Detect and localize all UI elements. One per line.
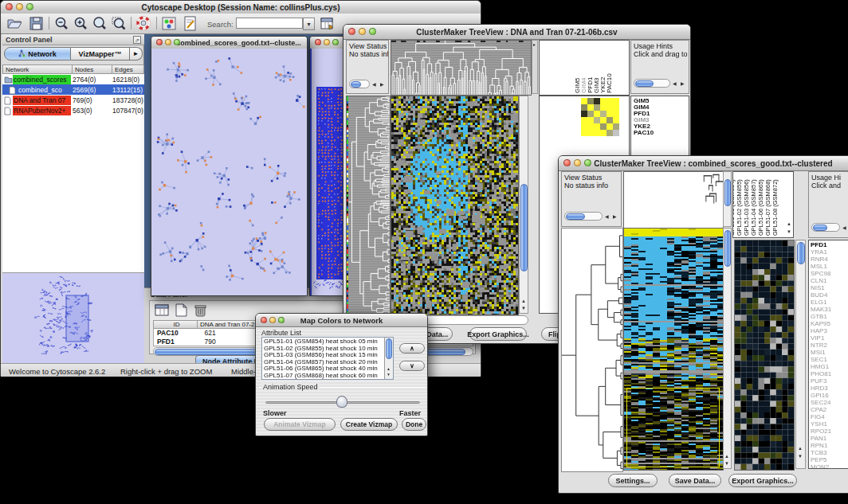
animate-vizmap-button[interactable]: Animate Vizmap xyxy=(264,418,336,431)
gene-label[interactable]: PEP5 xyxy=(811,456,831,463)
minimize-button[interactable] xyxy=(165,39,171,45)
vizmapper-button[interactable] xyxy=(161,15,179,34)
column-label[interactable]: GPL51-08 (GSM872) xyxy=(772,179,779,236)
treeview2-row-dendrogram[interactable] xyxy=(561,228,623,472)
treeview2-column-dendrogram[interactable] xyxy=(623,171,724,229)
close-button[interactable] xyxy=(156,39,163,45)
speed-slider-handle[interactable] xyxy=(336,396,347,408)
network-name[interactable]: combined_sco xyxy=(18,85,71,95)
network-view-titlebar[interactable]: combined_scores_good.txt--cluste... xyxy=(151,37,307,49)
gene-label[interactable]: YSH1 xyxy=(811,420,831,428)
gene-label[interactable]: NTR2 xyxy=(811,342,831,349)
attribute-select-icon[interactable] xyxy=(155,303,171,319)
gene-label[interactable]: RPO21 xyxy=(811,428,831,435)
scroll-right-icon[interactable]: ▶ xyxy=(613,214,617,219)
zoom-button[interactable] xyxy=(26,3,33,10)
gene-label[interactable]: KAP95 xyxy=(811,320,831,327)
done-button[interactable]: Done xyxy=(402,418,426,431)
minimize-button[interactable] xyxy=(16,3,23,10)
zoom-out-button[interactable] xyxy=(53,15,71,34)
network-row[interactable]: DNA and Tran 07769(0)183728(0) xyxy=(2,95,144,105)
gene-label[interactable]: FIG4 xyxy=(811,413,831,420)
treeview2-button-1[interactable]: Save Data... xyxy=(669,474,721,487)
scroll-right-icon[interactable]: ▶ xyxy=(380,82,384,87)
zoom-button[interactable] xyxy=(369,28,376,35)
treeview2-top-vscrollbar[interactable] xyxy=(723,171,732,227)
treeview2-titlebar[interactable]: ClusterMaker TreeView : combined_scores_… xyxy=(559,156,848,171)
network-name[interactable]: DNA and Tran 07 xyxy=(13,96,71,105)
treeview1-heatmap[interactable] xyxy=(391,96,519,315)
minimize-button[interactable] xyxy=(359,28,366,35)
dialog-titlebar[interactable]: Map Colors to Network xyxy=(256,314,427,327)
scroll-left-icon[interactable]: ◀ xyxy=(372,82,376,87)
gene-label[interactable]: PAN1 xyxy=(811,435,831,442)
zoom-button[interactable] xyxy=(584,159,591,166)
gene-label[interactable]: CLN1 xyxy=(811,277,831,284)
create-vizmap-button[interactable]: Create Vizmap xyxy=(340,418,398,431)
gene-label[interactable]: MSL1 xyxy=(811,263,831,270)
treeview1-column-dendrogram[interactable] xyxy=(391,40,532,96)
save-session-button[interactable] xyxy=(28,15,45,34)
gene-label[interactable]: BUD4 xyxy=(811,291,831,299)
row-label[interactable]: PAC10 xyxy=(634,130,654,136)
gene-label[interactable]: YRA1 xyxy=(811,248,831,256)
treeview1-row-dendrogram[interactable] xyxy=(346,96,391,315)
minimize-button[interactable] xyxy=(574,159,581,166)
treeview1-heatmap-vscrollbar[interactable]: ▲▼ xyxy=(519,96,528,314)
gene-label[interactable]: SEC24 xyxy=(811,399,831,406)
close-button[interactable] xyxy=(261,317,267,323)
float-panel-icon[interactable]: ⇗ xyxy=(133,36,141,44)
move-up-button[interactable]: ∧ xyxy=(399,343,425,354)
gene-label[interactable]: GPI16 xyxy=(811,392,831,399)
column-label[interactable]: GPL51-06 (GSM865) xyxy=(758,179,764,236)
zoom-button[interactable] xyxy=(174,39,180,45)
treeview2-button-2[interactable]: Export Graphics... xyxy=(728,474,797,487)
import-table-button[interactable] xyxy=(319,15,336,34)
gene-label[interactable]: RPN1 xyxy=(811,442,831,449)
treeview1-summary-matrix[interactable] xyxy=(581,98,619,136)
tab-network[interactable]: Network xyxy=(4,47,71,61)
scroll-thumb[interactable] xyxy=(566,213,585,220)
tab-overflow-button[interactable]: ► xyxy=(130,47,143,61)
gene-label[interactable]: MSI1 xyxy=(811,349,831,356)
scroll-thumb[interactable] xyxy=(635,80,654,87)
treeview1-titlebar[interactable]: ClusterMaker TreeView : DNA and Tran 07-… xyxy=(344,25,690,40)
gene-label[interactable]: GTB1 xyxy=(811,313,831,320)
birdseye-view[interactable] xyxy=(2,273,144,363)
close-button[interactable] xyxy=(6,3,13,10)
treeview2-right-vscrollbar[interactable]: ▲▼ xyxy=(795,240,806,469)
column-label[interactable]: GPL51-07 (GSM868) xyxy=(765,179,771,236)
column-label[interactable]: GPL51-04 (GSM857) xyxy=(751,179,757,236)
gene-label[interactable]: MON2 xyxy=(811,463,831,469)
zoom-button[interactable] xyxy=(278,317,285,323)
scroll-thumb[interactable] xyxy=(351,81,361,88)
treeview1-button-1[interactable]: Export Graphics... xyxy=(469,327,527,341)
scroll-left-icon[interactable]: ◀ xyxy=(605,214,609,219)
search-input[interactable] xyxy=(236,18,303,29)
minimize-button[interactable] xyxy=(324,39,330,45)
gene-label[interactable]: RNR4 xyxy=(811,256,831,263)
treeview2-heatmap-vscrollbar[interactable]: ▲▼ xyxy=(723,228,732,469)
help-button[interactable] xyxy=(135,15,153,34)
gene-label[interactable]: HAP3 xyxy=(811,327,831,334)
close-button[interactable] xyxy=(348,28,355,35)
gene-label[interactable]: PUF3 xyxy=(811,377,831,385)
new-attribute-icon[interactable] xyxy=(174,303,190,319)
mini-hscrollbar[interactable] xyxy=(634,79,670,88)
network-name[interactable]: RNAPuberNov2+ xyxy=(13,106,71,115)
network-row[interactable]: combined_scores2764(0)16218(0) xyxy=(2,74,144,84)
mini-hscrollbar[interactable] xyxy=(811,223,840,232)
zoom-in-button[interactable] xyxy=(73,15,90,34)
scroll-up-icon[interactable]: ▲ xyxy=(787,221,791,226)
network-name[interactable]: combined_scores xyxy=(13,75,71,84)
main-titlebar[interactable]: Cytoscape Desktop (Session Name: collins… xyxy=(1,1,481,14)
column-label[interactable]: GPL51-02 (GSM855) xyxy=(736,179,743,236)
delete-attribute-icon[interactable] xyxy=(193,303,209,319)
network-row[interactable]: combined_sco2569(6)13112(15) xyxy=(2,84,144,95)
mini-hscrollbar[interactable] xyxy=(564,212,603,221)
gene-label[interactable]: NIS1 xyxy=(811,284,831,291)
col-id[interactable]: ID xyxy=(153,320,198,329)
column-label[interactable]: PAC10 xyxy=(607,73,613,93)
gene-label[interactable]: TCB3 xyxy=(811,449,831,456)
open-session-button[interactable] xyxy=(6,15,23,34)
